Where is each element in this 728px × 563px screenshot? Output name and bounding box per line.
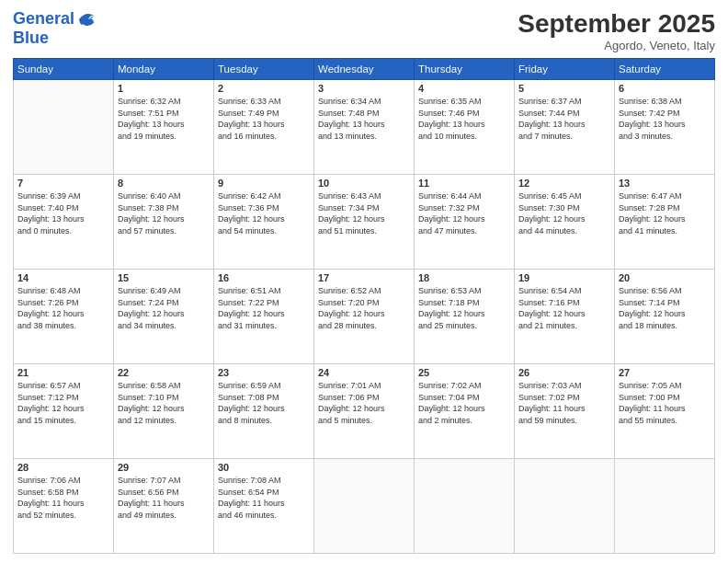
table-row: 2Sunrise: 6:33 AM Sunset: 7:49 PM Daylig… bbox=[214, 80, 314, 175]
calendar-week-row: 21Sunrise: 6:57 AM Sunset: 7:12 PM Dayli… bbox=[14, 364, 715, 459]
table-row: 25Sunrise: 7:02 AM Sunset: 7:04 PM Dayli… bbox=[415, 364, 515, 459]
day-number: 22 bbox=[118, 367, 210, 378]
location: Agordo, Veneto, Italy bbox=[518, 39, 715, 52]
logo-text-general: General bbox=[13, 10, 74, 29]
table-row: 30Sunrise: 7:08 AM Sunset: 6:54 PM Dayli… bbox=[214, 459, 314, 554]
logo-text-blue: Blue bbox=[13, 29, 97, 48]
day-number: 16 bbox=[218, 272, 310, 283]
day-info: Sunrise: 6:34 AM Sunset: 7:48 PM Dayligh… bbox=[318, 96, 410, 142]
table-row: 1Sunrise: 6:32 AM Sunset: 7:51 PM Daylig… bbox=[114, 80, 214, 175]
day-number: 15 bbox=[118, 272, 210, 283]
table-row: 4Sunrise: 6:35 AM Sunset: 7:46 PM Daylig… bbox=[415, 80, 515, 175]
day-number: 12 bbox=[518, 178, 610, 189]
day-number: 21 bbox=[17, 367, 109, 378]
day-number: 3 bbox=[318, 83, 410, 94]
day-info: Sunrise: 6:53 AM Sunset: 7:18 PM Dayligh… bbox=[418, 285, 510, 331]
table-row: 29Sunrise: 7:07 AM Sunset: 6:56 PM Dayli… bbox=[114, 459, 214, 554]
day-info: Sunrise: 6:35 AM Sunset: 7:46 PM Dayligh… bbox=[418, 96, 510, 142]
table-row bbox=[515, 459, 615, 554]
day-info: Sunrise: 6:56 AM Sunset: 7:14 PM Dayligh… bbox=[619, 285, 711, 331]
table-row: 11Sunrise: 6:44 AM Sunset: 7:32 PM Dayli… bbox=[415, 175, 515, 270]
day-number: 11 bbox=[418, 178, 510, 189]
table-row: 19Sunrise: 6:54 AM Sunset: 7:16 PM Dayli… bbox=[515, 270, 615, 364]
day-info: Sunrise: 6:52 AM Sunset: 7:20 PM Dayligh… bbox=[318, 285, 410, 331]
calendar-week-row: 28Sunrise: 7:06 AM Sunset: 6:58 PM Dayli… bbox=[14, 459, 715, 554]
day-info: Sunrise: 6:39 AM Sunset: 7:40 PM Dayligh… bbox=[17, 190, 109, 236]
table-row: 20Sunrise: 6:56 AM Sunset: 7:14 PM Dayli… bbox=[615, 270, 715, 364]
day-info: Sunrise: 7:06 AM Sunset: 6:58 PM Dayligh… bbox=[17, 475, 109, 521]
table-row bbox=[14, 80, 114, 175]
table-row bbox=[615, 459, 715, 554]
day-number: 9 bbox=[218, 178, 310, 189]
table-row bbox=[415, 459, 515, 554]
day-number: 27 bbox=[619, 367, 711, 378]
day-number: 4 bbox=[418, 83, 510, 94]
day-number: 19 bbox=[518, 272, 610, 283]
day-number: 30 bbox=[218, 462, 310, 473]
day-info: Sunrise: 6:33 AM Sunset: 7:49 PM Dayligh… bbox=[218, 96, 310, 142]
day-number: 24 bbox=[318, 367, 410, 378]
day-info: Sunrise: 6:38 AM Sunset: 7:42 PM Dayligh… bbox=[619, 96, 711, 142]
table-row: 6Sunrise: 6:38 AM Sunset: 7:42 PM Daylig… bbox=[615, 80, 715, 175]
day-number: 6 bbox=[619, 83, 711, 94]
day-info: Sunrise: 7:02 AM Sunset: 7:04 PM Dayligh… bbox=[418, 380, 510, 426]
day-info: Sunrise: 7:05 AM Sunset: 7:00 PM Dayligh… bbox=[619, 380, 711, 426]
day-number: 1 bbox=[118, 83, 210, 94]
calendar-week-row: 1Sunrise: 6:32 AM Sunset: 7:51 PM Daylig… bbox=[14, 80, 715, 175]
table-row: 26Sunrise: 7:03 AM Sunset: 7:02 PM Dayli… bbox=[515, 364, 615, 459]
col-sunday: Sunday bbox=[14, 59, 114, 80]
month-title: September 2025 bbox=[518, 9, 715, 39]
day-number: 25 bbox=[418, 367, 510, 378]
day-info: Sunrise: 6:42 AM Sunset: 7:36 PM Dayligh… bbox=[218, 190, 310, 236]
day-info: Sunrise: 7:08 AM Sunset: 6:54 PM Dayligh… bbox=[218, 475, 310, 521]
day-number: 10 bbox=[318, 178, 410, 189]
day-number: 2 bbox=[218, 83, 310, 94]
table-row: 18Sunrise: 6:53 AM Sunset: 7:18 PM Dayli… bbox=[415, 270, 515, 364]
day-number: 28 bbox=[17, 462, 109, 473]
table-row: 9Sunrise: 6:42 AM Sunset: 7:36 PM Daylig… bbox=[214, 175, 314, 270]
table-row: 13Sunrise: 6:47 AM Sunset: 7:28 PM Dayli… bbox=[615, 175, 715, 270]
day-number: 18 bbox=[418, 272, 510, 283]
col-friday: Friday bbox=[515, 59, 615, 80]
day-number: 26 bbox=[518, 367, 610, 378]
day-number: 5 bbox=[518, 83, 610, 94]
day-info: Sunrise: 6:51 AM Sunset: 7:22 PM Dayligh… bbox=[218, 285, 310, 331]
day-number: 13 bbox=[619, 178, 711, 189]
day-number: 7 bbox=[17, 178, 109, 189]
day-info: Sunrise: 6:44 AM Sunset: 7:32 PM Dayligh… bbox=[418, 190, 510, 236]
table-row bbox=[314, 459, 415, 554]
table-row: 7Sunrise: 6:39 AM Sunset: 7:40 PM Daylig… bbox=[14, 175, 114, 270]
table-row: 28Sunrise: 7:06 AM Sunset: 6:58 PM Dayli… bbox=[14, 459, 114, 554]
title-block: September 2025 Agordo, Veneto, Italy bbox=[518, 9, 715, 52]
calendar-header-row: Sunday Monday Tuesday Wednesday Thursday… bbox=[14, 59, 715, 80]
day-number: 23 bbox=[218, 367, 310, 378]
day-number: 17 bbox=[318, 272, 410, 283]
col-tuesday: Tuesday bbox=[214, 59, 314, 80]
day-info: Sunrise: 6:58 AM Sunset: 7:10 PM Dayligh… bbox=[118, 380, 210, 426]
table-row: 22Sunrise: 6:58 AM Sunset: 7:10 PM Dayli… bbox=[114, 364, 214, 459]
day-info: Sunrise: 6:48 AM Sunset: 7:26 PM Dayligh… bbox=[17, 285, 109, 331]
calendar-week-row: 7Sunrise: 6:39 AM Sunset: 7:40 PM Daylig… bbox=[14, 175, 715, 270]
day-info: Sunrise: 6:59 AM Sunset: 7:08 PM Dayligh… bbox=[218, 380, 310, 426]
day-info: Sunrise: 6:37 AM Sunset: 7:44 PM Dayligh… bbox=[518, 96, 610, 142]
day-number: 29 bbox=[118, 462, 210, 473]
day-number: 8 bbox=[118, 178, 210, 189]
day-info: Sunrise: 7:03 AM Sunset: 7:02 PM Dayligh… bbox=[518, 380, 610, 426]
day-info: Sunrise: 6:54 AM Sunset: 7:16 PM Dayligh… bbox=[518, 285, 610, 331]
day-info: Sunrise: 6:40 AM Sunset: 7:38 PM Dayligh… bbox=[118, 190, 210, 236]
table-row: 15Sunrise: 6:49 AM Sunset: 7:24 PM Dayli… bbox=[114, 270, 214, 364]
col-thursday: Thursday bbox=[415, 59, 515, 80]
day-info: Sunrise: 7:07 AM Sunset: 6:56 PM Dayligh… bbox=[118, 475, 210, 521]
col-wednesday: Wednesday bbox=[314, 59, 415, 80]
table-row: 10Sunrise: 6:43 AM Sunset: 7:34 PM Dayli… bbox=[314, 175, 415, 270]
calendar-table: Sunday Monday Tuesday Wednesday Thursday… bbox=[13, 58, 715, 554]
table-row: 14Sunrise: 6:48 AM Sunset: 7:26 PM Dayli… bbox=[14, 270, 114, 364]
day-info: Sunrise: 6:49 AM Sunset: 7:24 PM Dayligh… bbox=[118, 285, 210, 331]
logo-icon bbox=[76, 9, 97, 29]
day-info: Sunrise: 6:57 AM Sunset: 7:12 PM Dayligh… bbox=[17, 380, 109, 426]
page: General Blue September 2025 Agordo, Vene… bbox=[0, 0, 728, 563]
col-saturday: Saturday bbox=[615, 59, 715, 80]
table-row: 3Sunrise: 6:34 AM Sunset: 7:48 PM Daylig… bbox=[314, 80, 415, 175]
table-row: 23Sunrise: 6:59 AM Sunset: 7:08 PM Dayli… bbox=[214, 364, 314, 459]
table-row: 12Sunrise: 6:45 AM Sunset: 7:30 PM Dayli… bbox=[515, 175, 615, 270]
